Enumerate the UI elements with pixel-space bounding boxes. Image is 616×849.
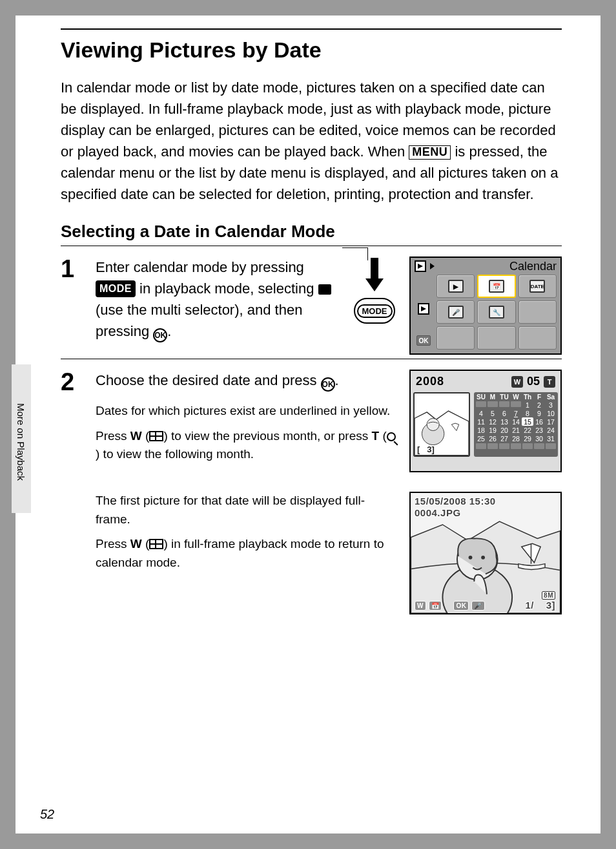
step-2-row: 2 Choose the desired date and press OK. … [61,370,562,472]
cal-badge-icon: 📅 [429,601,442,611]
svg-rect-0 [371,258,378,278]
grid-cell-empty-4 [518,326,557,350]
osd-counter: 8M 1/ 3] [525,589,555,611]
grid-cell-empty-2 [436,326,475,350]
w-badge-icon: W [415,601,426,611]
intro-paragraph: In calendar mode or list by date mode, p… [61,77,562,205]
thumbnail-icon [149,539,163,549]
date-thumbnail: [ 3] [413,392,470,457]
step-1-body: Enter calendar mode by pressing MODE in … [96,257,336,342]
down-arrow-icon [362,257,387,295]
page-number: 52 [40,807,54,822]
thumbnail-count: [ 3] [417,445,435,454]
lcd-screen-mode-menu: Calendar OK ▶ 📅 DATE 🎤 🔧 [409,257,562,355]
step-1-row: 1 Enter calendar mode by pressing MODE i… [61,257,562,355]
voice-badge-icon: 🎤 [471,601,485,611]
size-badge: 8M [542,591,555,600]
ok-button-icon: OK [153,328,167,342]
osd-timestamp: 15/05/2008 15:30 0004.JPG [415,496,496,519]
step-2-note-1: Dates for which pictures exist are under… [96,402,396,421]
mode-chip-icon: MODE [96,280,136,297]
step-2-note-3: The first picture for that date will be … [96,492,396,529]
page-title: Viewing Pictures by Date [61,37,562,63]
next-month-button[interactable]: T [544,376,555,388]
subtitle-rule [61,246,562,246]
step-2-note-2: Press W () to view the previous month, o… [96,427,396,464]
ok-indicator: OK [416,335,431,346]
grid-cell-empty-3 [477,326,515,350]
step-1-number: 1 [61,257,83,342]
mode-physical-button[interactable]: MODE [354,298,395,324]
grid-cell-voice[interactable]: 🎤 [436,300,475,324]
calendar-grid[interactable]: SUMTUWThFSa 1234567891011121314151617181… [474,392,558,457]
calendar-icon [318,284,331,295]
grid-cell-playback[interactable]: ▶ [436,275,475,298]
prev-month-button[interactable]: W [511,376,523,388]
svg-point-13 [469,556,473,560]
side-section-label: More on Playback [15,403,26,481]
ok-button-icon: OK [321,377,335,392]
svg-marker-3 [421,306,426,311]
calendar-year: 2008 [416,375,444,388]
lcd-screen-fullframe: 15/05/2008 15:30 0004.JPG 8M 1/ 3] W 📅 O… [409,492,562,614]
calendar-month: 05 [527,375,540,388]
step-1: 1 Enter calendar mode by pressing MODE i… [61,257,336,342]
manual-page: More on Playback Viewing Pictures by Dat… [15,16,601,833]
zoom-out-w: W [130,429,142,443]
ok-badge-icon: OK [453,601,469,611]
step-2: 2 Choose the desired date and press OK. [61,370,396,394]
mode-button-figure: MODE [349,257,400,324]
lcd-title: Calendar [509,260,557,273]
grid-cell-date[interactable]: DATE [518,275,557,298]
lcd-screen-calendar: 2008 W 05 T [409,370,562,472]
section-subtitle: Selecting a Date in Calendar Mode [61,222,562,242]
chevron-right-icon [430,263,435,269]
svg-marker-1 [365,278,384,291]
step-2-note-4: Press W () in full-frame playback mode t… [96,535,396,572]
menu-button-label: MENU [409,145,451,160]
step-separator [61,359,562,359]
thumbnail-icon [149,431,163,441]
svg-marker-2 [418,264,423,269]
zoom-in-t: T [372,429,380,443]
step-2-number: 2 [61,370,83,394]
osd-bottom-icons: W 📅 OK 🎤 [415,601,485,611]
grid-cell-setup[interactable]: 🔧 [477,300,515,324]
grid-cell-calendar[interactable]: 📅 [477,275,515,298]
mode-grid: ▶ 📅 DATE 🎤 🔧 [436,275,557,350]
step-2-body: Choose the desired date and press OK. [96,370,396,394]
svg-point-7 [427,418,439,430]
magnify-icon [387,432,396,441]
step-2-continued: The first picture for that date will be … [61,492,562,614]
svg-point-14 [481,556,485,560]
playback-mode-icon [418,303,429,315]
top-rule [61,28,562,30]
zoom-out-w: W [130,537,142,550]
grid-cell-empty-1 [518,300,557,324]
playback-icon [415,260,426,272]
